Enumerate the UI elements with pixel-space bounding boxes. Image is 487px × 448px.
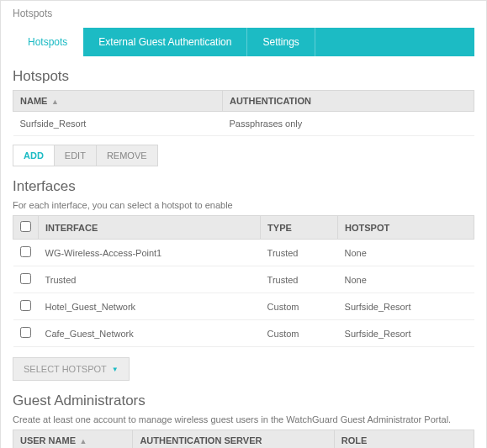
cell-interface: Hotel_Guest_Network xyxy=(39,293,261,320)
hotspots-panel: Hotspots Hotspots External Guest Authent… xyxy=(0,0,487,448)
cell-hotspot: Surfside_Resort xyxy=(338,320,474,347)
col-auth[interactable]: AUTHENTICATION xyxy=(222,91,474,112)
col-hotspot[interactable]: HOTSPOT xyxy=(338,216,474,240)
chevron-down-icon: ▼ xyxy=(112,366,119,373)
col-name[interactable]: NAME ▲ xyxy=(13,91,223,112)
cell-type: Trusted xyxy=(261,240,338,266)
cell-interface: Trusted xyxy=(39,266,261,293)
cell-type: Custom xyxy=(261,293,338,320)
cell-auth: Passphrases only xyxy=(222,112,474,136)
table-row[interactable]: Hotel_Guest_Network Custom Surfside_Reso… xyxy=(13,293,474,320)
hotspots-section-title: Hotspots xyxy=(13,68,474,85)
guest-admins-section-title: Guest Administrators xyxy=(13,393,474,409)
col-interface[interactable]: INTERFACE xyxy=(39,216,261,240)
tab-external-guest-auth[interactable]: External Guest Authentication xyxy=(83,28,247,56)
tab-settings[interactable]: Settings xyxy=(247,28,315,56)
row-checkbox[interactable] xyxy=(20,273,31,284)
table-row[interactable]: Trusted Trusted None xyxy=(13,266,474,293)
cell-type: Custom xyxy=(261,320,338,347)
col-user[interactable]: USER NAME ▲ xyxy=(13,430,133,449)
col-select-all[interactable] xyxy=(13,216,39,240)
col-auth-server[interactable]: AUTHENTICATION SERVER xyxy=(133,430,334,449)
cell-hotspot: Surfside_Resort xyxy=(338,293,474,320)
table-row[interactable]: Cafe_Guest_Network Custom Surfside_Resor… xyxy=(13,320,474,347)
select-hotspot-label: SELECT HOTSPOT xyxy=(24,364,107,374)
cell-hotspot: None xyxy=(338,240,474,266)
cell-interface: Cafe_Guest_Network xyxy=(39,320,261,347)
sort-icon: ▲ xyxy=(49,98,58,106)
remove-button[interactable]: REMOVE xyxy=(97,145,158,166)
select-hotspot-button[interactable]: SELECT HOTSPOT ▼ xyxy=(13,357,130,381)
add-button[interactable]: ADD xyxy=(13,145,55,166)
interfaces-table: INTERFACE TYPE HOTSPOT WG-Wireless-Acces… xyxy=(13,215,474,347)
table-row[interactable]: Surfside_Resort Passphrases only xyxy=(13,112,474,136)
interfaces-subtitle: For each interface, you can select a hot… xyxy=(13,200,474,210)
col-type[interactable]: TYPE xyxy=(261,216,338,240)
cell-hotspot: None xyxy=(338,266,474,293)
cell-interface: WG-Wireless-Access-Point1 xyxy=(39,240,261,266)
row-checkbox[interactable] xyxy=(20,300,31,311)
hotspots-buttons: ADD EDIT REMOVE xyxy=(13,145,474,166)
cell-name: Surfside_Resort xyxy=(13,112,223,136)
cell-type: Trusted xyxy=(261,266,338,293)
col-role[interactable]: ROLE xyxy=(334,430,474,449)
tab-hotspots[interactable]: Hotspots xyxy=(13,28,83,56)
guest-admins-table: USER NAME ▲ AUTHENTICATION SERVER ROLE F… xyxy=(13,430,474,448)
guest-admins-subtitle: Create at least one account to manage wi… xyxy=(13,414,474,424)
tab-bar: Hotspots External Guest Authentication S… xyxy=(13,28,474,56)
edit-button[interactable]: EDIT xyxy=(55,145,97,166)
row-checkbox[interactable] xyxy=(20,327,31,338)
interfaces-section-title: Interfaces xyxy=(13,178,474,195)
hotspots-table: NAME ▲ AUTHENTICATION Surfside_Resort Pa… xyxy=(13,90,474,136)
select-all-checkbox[interactable] xyxy=(20,221,31,232)
row-checkbox[interactable] xyxy=(20,246,31,257)
page-title: Hotspots xyxy=(13,8,474,19)
sort-icon: ▲ xyxy=(77,437,87,445)
table-row[interactable]: WG-Wireless-Access-Point1 Trusted None xyxy=(13,240,474,266)
